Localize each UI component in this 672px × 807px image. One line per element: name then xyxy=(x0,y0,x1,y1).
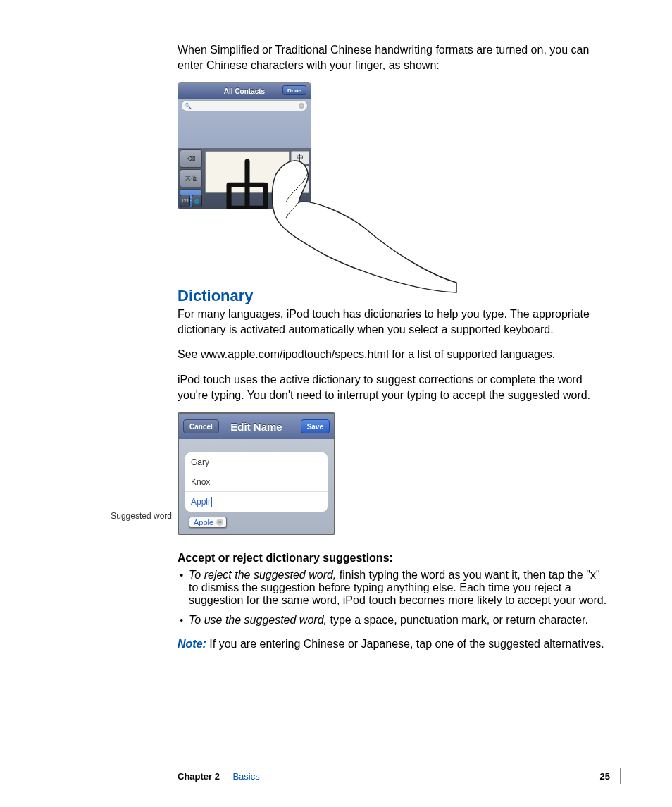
bullet-lead: To use the suggested word, xyxy=(189,614,330,626)
ipod-screenshot-contacts: All Contacts Done 🔍 × ⌫ 其他 搜索 xyxy=(178,82,311,209)
handwriting-pad[interactable] xyxy=(205,151,290,193)
nav-title: Edit Name xyxy=(230,421,282,433)
chapter-label: Chapter 2 xyxy=(178,771,220,782)
candidate-2[interactable]: 央 xyxy=(291,166,309,179)
text-caret xyxy=(211,497,212,507)
navbar: All Contacts Done xyxy=(178,83,311,99)
save-button[interactable]: Save xyxy=(301,419,330,433)
candidate-list: 中 央 虫 xyxy=(291,151,309,193)
note-label: Note: xyxy=(178,638,209,650)
document-page: When Simplified or Traditional Chinese h… xyxy=(0,0,672,807)
other-key[interactable]: 其他 xyxy=(180,169,202,187)
ipod-screenshot-editname: Cancel Edit Name Save Gary Knox Applr Ap… xyxy=(178,412,335,535)
candidate-1[interactable]: 中 xyxy=(291,151,309,164)
callout-suggested-word: Suggested word xyxy=(94,511,172,521)
figure-edit-name: Suggested word Cancel Edit Name Save Gar… xyxy=(178,412,607,535)
figure-handwriting: All Contacts Done 🔍 × ⌫ 其他 搜索 xyxy=(178,82,459,266)
intro-paragraph: When Simplified or Traditional Chinese h… xyxy=(178,42,607,73)
dismiss-suggestion-icon[interactable]: × xyxy=(216,519,223,526)
dictionary-p1: For many languages, iPod touch has dicti… xyxy=(178,307,607,337)
company-field[interactable]: Applr xyxy=(185,492,328,512)
callout-line xyxy=(106,517,183,517)
nav-title: All Contacts xyxy=(224,87,265,95)
search-icon: 🔍 xyxy=(185,103,192,109)
candidate-3[interactable]: 虫 xyxy=(291,180,309,194)
bullet-use: To use the suggested word, type a space,… xyxy=(189,614,607,627)
first-name-field[interactable]: Gary xyxy=(185,452,328,472)
handwriting-keyboard: ⌫ 其他 搜索 中 央 虫 123 xyxy=(178,148,311,209)
cancel-button[interactable]: Cancel xyxy=(183,419,219,433)
123-key[interactable]: 123 xyxy=(180,195,190,207)
bullet-reject: To reject the suggested word, finish typ… xyxy=(189,569,607,607)
delete-key[interactable]: ⌫ xyxy=(180,149,202,168)
subheading-accept-reject: Accept or reject dictionary suggestions: xyxy=(178,552,607,565)
search-field[interactable]: 🔍 × xyxy=(181,100,308,111)
bullet-rest: type a space, punctuation mark, or retur… xyxy=(330,614,587,626)
dictionary-p2: See www.apple.com/ipodtouch/specs.html f… xyxy=(178,347,607,362)
bullet-list: To reject the suggested word, finish typ… xyxy=(178,569,607,627)
note-paragraph: Note: If you are entering Chinese or Jap… xyxy=(178,636,607,652)
page-footer: Chapter 2 Basics 25 xyxy=(178,768,621,784)
dictionary-p3: iPod touch uses the active dictionary to… xyxy=(178,372,607,402)
bullet-lead: To reject the suggested word, xyxy=(189,569,340,581)
clear-icon[interactable]: × xyxy=(299,103,304,109)
note-text: If you are entering Chinese or Japanese,… xyxy=(209,638,604,650)
handwriting-stroke xyxy=(206,152,289,209)
typed-text: Applr xyxy=(191,497,211,507)
globe-key[interactable]: 🌐 xyxy=(192,195,202,207)
done-button[interactable]: Done xyxy=(282,85,306,95)
last-name-field[interactable]: Knox xyxy=(185,472,328,492)
chapter-title: Basics xyxy=(232,771,259,782)
suggestion-bubble[interactable]: Apple × xyxy=(189,517,227,528)
navbar: Cancel Edit Name Save xyxy=(179,414,334,439)
section-heading-dictionary: Dictionary xyxy=(178,287,607,305)
suggestion-word: Apple xyxy=(194,518,213,526)
page-number: 25 xyxy=(600,771,610,782)
